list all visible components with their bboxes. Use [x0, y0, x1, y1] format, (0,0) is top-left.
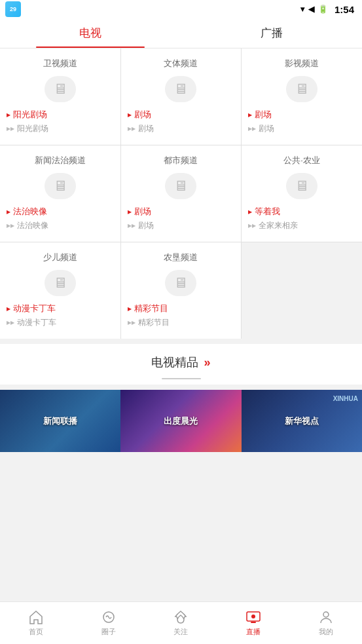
nav-circle-label: 圈子: [101, 627, 116, 637]
channel-grid: 卫视频道 🖥 ▶ 阳光剧场 ▶▶ 阳光剧场 文体频道 🖥: [0, 48, 362, 339]
channel-city[interactable]: 都市频道 🖥 ▶ 剧场 ▶▶ 剧场: [121, 145, 242, 242]
nav-follow-label: 关注: [173, 627, 188, 637]
status-bar: 29 ▾ ◀ 🔋 1:54: [0, 0, 362, 18]
weather-icon: 29: [5, 1, 21, 17]
next-icon: ▶▶: [128, 320, 136, 326]
nav-home-label: 首页: [29, 627, 43, 637]
tv-icon-farm: 🖥: [165, 270, 196, 296]
channel-satellite[interactable]: 卫视频道 🖥 ▶ 阳光剧场 ▶▶ 阳光剧场: [0, 48, 120, 145]
tv-icon-public: 🖥: [286, 173, 317, 199]
next-icon: ▶▶: [7, 126, 14, 132]
program-info-movie: ▶ 剧场 ▶▶ 剧场: [248, 109, 355, 137]
circle-icon: [101, 610, 117, 624]
program-info-culture: ▶ 剧场 ▶▶ 剧场: [128, 109, 235, 137]
tv-icon-kids: 🖥: [45, 270, 76, 296]
battery-icon: 🔋: [318, 5, 328, 14]
section-gap: [0, 339, 362, 344]
clock: 1:54: [335, 4, 354, 15]
svg-point-4: [323, 612, 329, 617]
thumbnail-chengguang[interactable]: 出度晨光: [120, 390, 241, 452]
main-tabs: 电视 广播: [0, 18, 362, 48]
xinhua-tag: XINHUA: [333, 395, 358, 402]
program-info-satellite: ▶ 阳光剧场 ▶▶ 阳光剧场: [7, 109, 114, 137]
next-icon: ▶▶: [128, 223, 136, 229]
nav-home[interactable]: 首页: [0, 602, 73, 644]
program-info-farm: ▶ 精彩节目 ▶▶ 精彩节目: [128, 303, 235, 331]
next-icon: ▶▶: [248, 223, 256, 229]
signal-icon: ◀: [308, 5, 314, 14]
play-icon: ▶: [7, 306, 10, 312]
program-info-public: ▶ 等着我 ▶▶ 全家来相亲: [248, 206, 355, 234]
program-info-news: ▶ 法治映像 ▶▶ 法治映像: [7, 206, 114, 234]
tab-tv[interactable]: 电视: [0, 18, 181, 48]
channel-movie[interactable]: 影视频道 🖥 ▶ 剧场 ▶▶ 剧场: [242, 48, 362, 145]
channel-empty: [242, 242, 362, 339]
section-gap-2: [0, 385, 362, 390]
featured-arrow[interactable]: »: [204, 356, 210, 369]
play-icon: ▶: [128, 112, 132, 118]
mine-icon: [318, 610, 334, 624]
monitor-icon: 🖥: [173, 275, 188, 292]
featured-section: 电视精品 »: [0, 344, 362, 385]
channel-kids[interactable]: 少儿频道 🖥 ▶ 动漫卡丁车 ▶▶ 动漫卡丁车: [0, 242, 120, 339]
nav-mine-label: 我的: [319, 627, 333, 637]
channel-public[interactable]: 公共·农业 🖥 ▶ 等着我 ▶▶ 全家来相亲: [242, 145, 362, 242]
tab-active-indicator: [36, 47, 145, 48]
featured-underline: [162, 378, 201, 379]
nav-follow[interactable]: 关注: [145, 602, 217, 644]
svg-rect-3: [251, 622, 256, 623]
thumbnails-row: 新闻联播 出度晨光 XINHUA 新华视点: [0, 390, 362, 452]
play-icon: ▶: [128, 209, 132, 215]
channel-farm[interactable]: 农垦频道 🖥 ▶ 精彩节目 ▶▶ 精彩节目: [121, 242, 242, 339]
main-content: 卫视频道 🖥 ▶ 阳光剧场 ▶▶ 阳光剧场 文体频道 🖥: [0, 48, 362, 601]
follow-icon: [173, 610, 189, 624]
nav-mine[interactable]: 我的: [289, 602, 362, 644]
monitor-icon: 🖥: [173, 178, 188, 195]
play-icon: ▶: [128, 306, 132, 312]
monitor-icon: 🖥: [53, 81, 67, 98]
wifi-icon: ▾: [300, 5, 304, 14]
monitor-icon: 🖥: [295, 81, 309, 98]
next-icon: ▶▶: [7, 320, 14, 326]
monitor-icon: 🖥: [295, 178, 309, 195]
svg-point-2: [251, 615, 255, 618]
featured-title: 电视精品: [151, 354, 198, 370]
monitor-icon: 🖥: [173, 81, 188, 98]
tv-icon-satellite: 🖥: [45, 76, 76, 102]
tv-icon-movie: 🖥: [286, 76, 317, 102]
play-icon: ▶: [7, 112, 10, 118]
featured-title-row: 电视精品 »: [151, 354, 210, 370]
home-icon: [28, 610, 44, 624]
play-icon: ▶: [248, 112, 252, 118]
tv-icon-culture: 🖥: [165, 76, 196, 102]
thumb-label-xinwen: 新闻联播: [43, 415, 77, 427]
tv-icon-news: 🖥: [45, 173, 76, 199]
play-icon: ▶: [7, 209, 10, 215]
tab-radio[interactable]: 广播: [181, 18, 363, 48]
tv-icon-city: 🖥: [165, 173, 196, 199]
monitor-icon: 🖥: [53, 178, 67, 195]
nav-live[interactable]: 直播: [217, 602, 290, 644]
program-info-kids: ▶ 动漫卡丁车 ▶▶ 动漫卡丁车: [7, 303, 114, 331]
bottom-nav: 首页 圈子 关注 直播 我的: [0, 601, 362, 644]
program-info-city: ▶ 剧场 ▶▶ 剧场: [128, 206, 235, 234]
thumbnail-xinhua[interactable]: XINHUA 新华视点: [242, 390, 362, 452]
nav-circle[interactable]: 圈子: [73, 602, 145, 644]
next-icon: ▶▶: [128, 126, 136, 132]
next-icon: ▶▶: [7, 223, 14, 229]
nav-live-label: 直播: [246, 627, 261, 637]
channel-culture[interactable]: 文体频道 🖥 ▶ 剧场 ▶▶ 剧场: [121, 48, 242, 145]
thumbnail-xinwen[interactable]: 新闻联播: [0, 390, 120, 452]
thumb-label-xinhua: 新华视点: [285, 415, 319, 427]
live-icon: [245, 610, 262, 624]
monitor-icon: 🖥: [53, 275, 67, 292]
play-icon: ▶: [248, 209, 252, 215]
thumb-label-chengguang: 出度晨光: [164, 415, 198, 427]
channel-news[interactable]: 新闻法治频道 🖥 ▶ 法治映像 ▶▶ 法治映像: [0, 145, 120, 242]
next-icon: ▶▶: [248, 126, 256, 132]
